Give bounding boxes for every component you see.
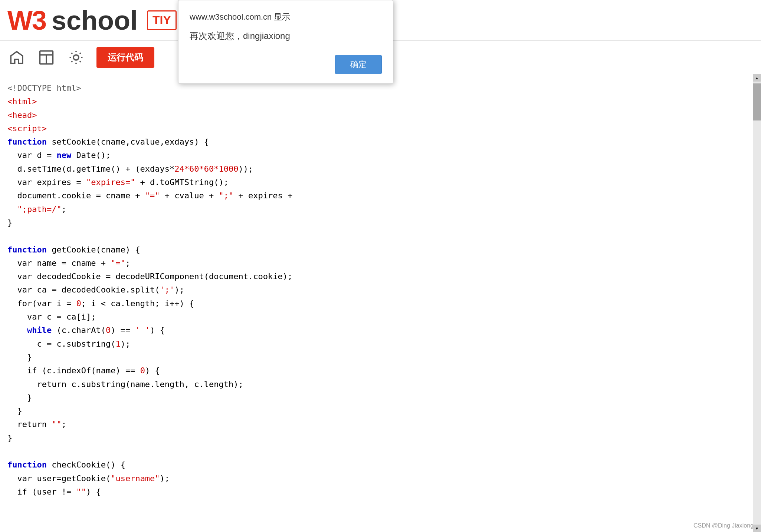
svg-line-9	[80, 61, 81, 62]
code-line-21: }	[7, 351, 753, 364]
layout-icon[interactable]	[37, 48, 56, 67]
logo-school: school	[52, 5, 138, 36]
code-line-18: var c = ca[i];	[7, 310, 753, 324]
code-line-19: while (c.charAt(0) == ' ') {	[7, 324, 753, 337]
footer-watermark: CSDN @Ding Jiaxiong	[693, 522, 754, 529]
svg-line-10	[72, 61, 72, 62]
code-line-16: var ca = decodedCookie.split(';');	[7, 283, 753, 297]
code-line-17: for(var i = 0; i < ca.length; i++) {	[7, 297, 753, 310]
code-line-2: <html>	[7, 95, 753, 108]
logo-w3: W3	[7, 5, 46, 36]
code-line-29: function checkCookie() {	[7, 458, 753, 472]
home-icon[interactable]	[7, 48, 26, 67]
code-line-12	[7, 229, 753, 243]
tiy-badge: TIY	[147, 10, 177, 30]
code-line-23: return c.substring(name.length, c.length…	[7, 378, 753, 391]
code-line-13: function getCookie(cname) {	[7, 243, 753, 257]
svg-line-11	[80, 53, 81, 53]
logo-container: W3school TIY	[7, 5, 177, 36]
code-line-7: d.setTime(d.getTime() + (exdays*24*60*60…	[7, 162, 753, 176]
code-line-6: var d = new Date();	[7, 149, 753, 162]
code-line-31: if (user != "") {	[7, 485, 753, 499]
vertical-scrollbar[interactable]: ▲ ▼	[753, 74, 761, 532]
dialog-title: www.w3school.com.cn 显示	[190, 11, 382, 23]
dialog-buttons: 确定	[190, 55, 382, 74]
dialog-box: www.w3school.com.cn 显示 再次欢迎您，dingjiaxion…	[178, 0, 393, 84]
code-line-26: return "";	[7, 418, 753, 431]
scroll-thumb[interactable]	[753, 83, 761, 120]
brightness-icon[interactable]	[67, 48, 85, 67]
dialog-ok-button[interactable]: 确定	[335, 55, 382, 74]
code-line-15: var decodedCookie = decodeURIComponent(d…	[7, 270, 753, 283]
code-line-11: }	[7, 216, 753, 229]
code-line-30: var user=getCookie("username");	[7, 472, 753, 485]
code-line-14: var name = cname + "=";	[7, 257, 753, 270]
code-line-9: document.cookie = cname + "=" + cvalue +…	[7, 189, 753, 202]
code-line-20: c = c.substring(1);	[7, 337, 753, 351]
svg-point-3	[73, 55, 79, 60]
run-code-button[interactable]: 运行代码	[96, 47, 154, 68]
code-line-25: }	[7, 404, 753, 418]
scroll-down-arrow[interactable]: ▼	[753, 525, 761, 532]
code-line-4: <script>	[7, 122, 753, 135]
editor-area: <!DOCTYPE html> <html> <head> <script> f…	[0, 74, 761, 532]
scroll-up-arrow[interactable]: ▲	[753, 74, 761, 82]
code-content: <!DOCTYPE html> <html> <head> <script> f…	[7, 82, 753, 499]
code-line-22: if (c.indexOf(name) == 0) {	[7, 364, 753, 377]
code-panel[interactable]: <!DOCTYPE html> <html> <head> <script> f…	[0, 74, 753, 532]
code-line-10: ";path=/";	[7, 203, 753, 216]
code-line-27: }	[7, 432, 753, 445]
dialog-overlay: www.w3school.com.cn 显示 再次欢迎您，dingjiaxion…	[178, 0, 393, 84]
code-line-8: var expires = "expires=" + d.toGMTString…	[7, 176, 753, 189]
svg-line-8	[72, 53, 72, 53]
dialog-message: 再次欢迎您，dingjiaxiong	[190, 30, 382, 42]
code-line-24: }	[7, 391, 753, 404]
code-line-3: <head>	[7, 109, 753, 122]
code-line-5: function setCookie(cname,cvalue,exdays) …	[7, 135, 753, 149]
code-line-28	[7, 445, 753, 458]
